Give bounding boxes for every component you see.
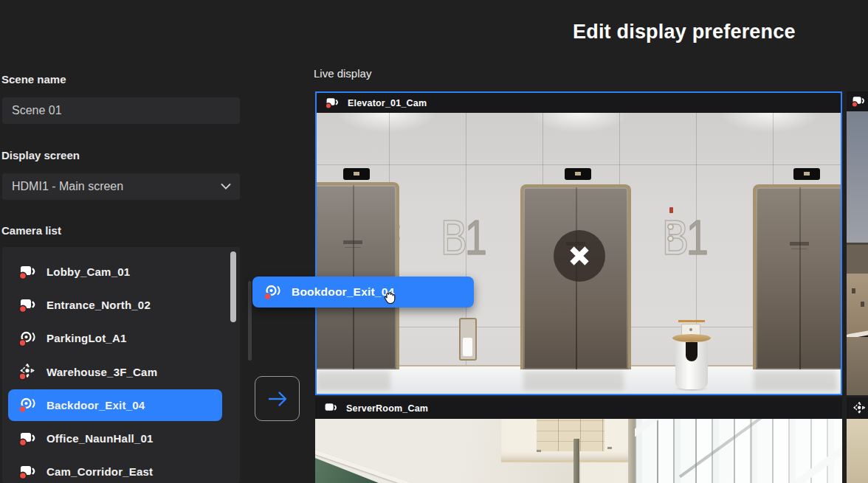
camcorder-icon — [851, 94, 867, 108]
camera-list-item[interactable]: ParkingLot_A1 — [2, 322, 240, 355]
live-tile-partial-bottom[interactable] — [847, 397, 868, 483]
camcorder-icon — [18, 296, 38, 314]
panel-scrollbar[interactable] — [248, 281, 252, 361]
elevator-door — [317, 182, 399, 369]
elevator-door — [753, 184, 841, 369]
camera-list-item[interactable]: Cam_Corridor_East — [2, 455, 240, 483]
display-screen-select[interactable]: HDMI1 - Main screen — [2, 173, 240, 200]
camera-list-scrollbar[interactable] — [230, 251, 236, 322]
dragged-camera-label: Bookdoor_Exit_04 — [292, 285, 394, 299]
rooftop-video — [847, 111, 868, 395]
fisheye-icon — [18, 330, 38, 347]
camera-name: ParkingLot_A1 — [46, 332, 126, 344]
trash-bin — [675, 339, 708, 389]
tile-header — [847, 91, 868, 111]
close-icon — [566, 243, 593, 269]
camcorder-icon — [325, 96, 340, 110]
fisheye-icon — [264, 283, 283, 301]
dragged-camera-item[interactable]: Bookdoor_Exit_04 — [252, 277, 474, 307]
ptz-icon — [852, 401, 868, 416]
partial-video — [847, 419, 868, 483]
camcorder-icon — [18, 463, 38, 481]
camera-name: Office_NaunHall_01 — [46, 432, 154, 445]
fisheye-icon — [18, 396, 38, 414]
edit-display-preference-screen: Edit display preference Scene name Displ… — [0, 0, 868, 483]
camera-list-item[interactable]: Office_NaunHall_01 — [2, 422, 240, 455]
tile-header — [847, 397, 868, 419]
arrow-right-icon — [266, 389, 289, 409]
tile-header: ServerRoom_Cam — [315, 397, 842, 419]
camera-name: Cam_Corridor_East — [46, 465, 153, 478]
serverroom-video — [315, 419, 842, 483]
assign-camera-button[interactable] — [255, 376, 300, 421]
ptz-icon — [18, 363, 38, 381]
camera-name: Backdoor_Exit_04 — [46, 399, 145, 411]
camera-list-item-selected[interactable]: Backdoor_Exit_04 — [2, 389, 240, 422]
tile-title: Elevator_01_Cam — [348, 98, 427, 108]
remove-camera-button[interactable] — [554, 230, 605, 282]
scene-name-input[interactable] — [2, 97, 240, 124]
camera-list-label: Camera list — [1, 224, 61, 237]
camera-list-item[interactable]: Lobby_Cam_01 — [2, 255, 240, 288]
camcorder-icon — [323, 401, 339, 415]
floor-indicator — [793, 168, 820, 180]
camera-name: Lobby_Cam_01 — [46, 265, 130, 278]
tile-header: Elevator_01_Cam — [317, 93, 841, 113]
page-title: Edit display preference — [573, 21, 796, 44]
camcorder-icon — [18, 430, 38, 448]
chevron-down-icon — [221, 184, 231, 190]
camera-name: Warehouse_3F_Cam — [46, 366, 157, 378]
card-reader — [459, 318, 477, 361]
live-display-label: Live display — [314, 67, 371, 80]
scene-name-label: Scene name — [1, 73, 66, 86]
floor-sign: B1 — [441, 213, 486, 262]
tile-title: ServerRoom_Cam — [346, 403, 428, 414]
call-buttons — [667, 223, 676, 247]
camera-list: Lobby_Cam_01 Entrance_North_02 ParkingLo… — [2, 247, 240, 483]
display-screen-value: HDMI1 - Main screen — [12, 180, 123, 193]
floor-indicator — [565, 168, 591, 180]
elevator-video: B1 B1 — [317, 113, 841, 394]
live-tile-partial-top[interactable] — [847, 91, 868, 395]
camera-list-item[interactable]: Warehouse_3F_Cam — [2, 355, 240, 389]
camera-list-item[interactable]: Entrance_North_02 — [2, 288, 240, 322]
camcorder-icon — [18, 263, 38, 281]
live-tile-serverroom[interactable]: ServerRoom_Cam — [315, 397, 842, 483]
floor-indicator — [343, 168, 370, 180]
camera-name: Entrance_North_02 — [46, 299, 151, 311]
grabbing-hand-cursor-icon — [381, 288, 398, 306]
live-tile-elevator[interactable]: Elevator_01_Cam B1 B1 — [315, 91, 842, 395]
display-screen-label: Display screen — [1, 149, 80, 161]
